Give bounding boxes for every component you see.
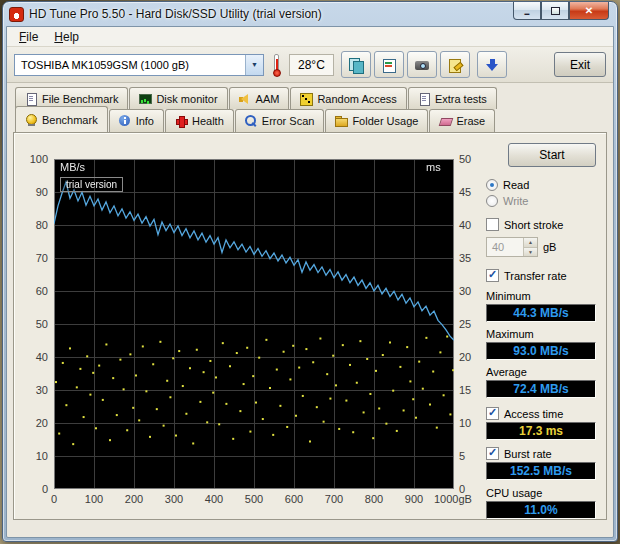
tab-erase[interactable]: Erase bbox=[429, 109, 495, 132]
average-label: Average bbox=[486, 366, 596, 378]
minimum-label: Minimum bbox=[486, 290, 596, 302]
tab-aam[interactable]: AAM bbox=[229, 87, 290, 109]
file-icon bbox=[418, 93, 430, 105]
app-window: HD Tune Pro 5.50 - Hard Disk/SSD Utility… bbox=[2, 1, 618, 542]
window-title: HD Tune Pro 5.50 - Hard Disk/SSD Utility… bbox=[29, 7, 322, 21]
menu-bar: File Help bbox=[7, 27, 613, 47]
axis-tick-label: 500 bbox=[234, 493, 274, 505]
camera-icon bbox=[415, 58, 429, 72]
copy-icon bbox=[349, 58, 363, 72]
tab-label: Extra tests bbox=[435, 93, 487, 105]
stroke-size-row: 40 gB bbox=[486, 237, 596, 257]
axis-tick-label: 45 bbox=[459, 186, 483, 198]
export-button[interactable] bbox=[440, 51, 470, 78]
write-radio[interactable] bbox=[486, 195, 498, 207]
report-button[interactable] bbox=[374, 51, 404, 78]
file-icon bbox=[25, 93, 37, 105]
tab-strip: File Benchmark Disk monitor AAM Random A… bbox=[7, 83, 613, 132]
chevron-down-icon[interactable] bbox=[245, 55, 263, 75]
axis-tick-label: 30 bbox=[459, 285, 483, 297]
exit-button[interactable]: Exit bbox=[554, 52, 606, 77]
axis-tick-label: 35 bbox=[459, 252, 483, 264]
axis-tick-label: 40 bbox=[14, 351, 48, 363]
tab-label: Benchmark bbox=[42, 114, 98, 126]
report-icon bbox=[382, 58, 396, 72]
access-time-checkbox[interactable] bbox=[486, 407, 499, 420]
tab-health[interactable]: Health bbox=[165, 109, 234, 132]
axis-tick-label: 20 bbox=[14, 417, 48, 429]
minimize-button[interactable] bbox=[513, 2, 541, 20]
burst-rate-row[interactable]: Burst rate bbox=[486, 447, 596, 460]
write-radio-row[interactable]: Write bbox=[486, 195, 596, 207]
left-axis-unit: MB/s bbox=[60, 161, 85, 173]
stroke-size-input[interactable]: 40 bbox=[486, 237, 538, 257]
magnifier-icon bbox=[245, 115, 257, 127]
access-time-label: Access time bbox=[504, 408, 563, 420]
start-button[interactable]: Start bbox=[508, 143, 596, 167]
burst-rate-value: 152.5 MB/s bbox=[486, 462, 596, 480]
tab-benchmark[interactable]: Benchmark bbox=[15, 106, 108, 132]
right-axis-unit: ms bbox=[426, 161, 441, 173]
tab-label: AAM bbox=[256, 93, 280, 105]
tab-label: Info bbox=[136, 115, 154, 127]
axis-tick-label: 70 bbox=[14, 252, 48, 264]
spinner-up-icon[interactable] bbox=[524, 238, 537, 248]
spinner-down-icon[interactable] bbox=[524, 248, 537, 257]
tab-label: Random Access bbox=[317, 93, 396, 105]
short-stroke-checkbox[interactable] bbox=[486, 218, 499, 231]
menu-item-help[interactable]: Help bbox=[46, 28, 87, 46]
monitor-icon bbox=[139, 93, 151, 105]
transfer-rate-label: Transfer rate bbox=[504, 270, 567, 282]
read-radio-row[interactable]: Read bbox=[486, 179, 596, 191]
cpu-usage-value: 11.0% bbox=[486, 501, 596, 519]
trial-watermark: trial version bbox=[60, 177, 123, 192]
short-stroke-label: Short stroke bbox=[504, 219, 563, 231]
health-cross-icon bbox=[175, 115, 187, 127]
side-panel: Start Read Write Short stroke 40 bbox=[486, 133, 606, 519]
axis-tick-label: 80 bbox=[14, 219, 48, 231]
copy-button[interactable] bbox=[341, 51, 371, 78]
temperature-readout: 28°C bbox=[289, 54, 334, 76]
transfer-rate-checkbox[interactable] bbox=[486, 269, 499, 282]
maximize-icon bbox=[551, 7, 560, 15]
title-bar[interactable]: HD Tune Pro 5.50 - Hard Disk/SSD Utility… bbox=[3, 2, 617, 26]
access-time-row[interactable]: Access time bbox=[486, 407, 596, 420]
toolbar: TOSHIBA MK1059GSM (1000 gB) 28°C Exit bbox=[7, 47, 613, 83]
tab-label: File Benchmark bbox=[42, 93, 118, 105]
axis-tick-label: 1000gB bbox=[434, 493, 480, 505]
burst-rate-checkbox[interactable] bbox=[486, 447, 499, 460]
tab-extra-tests[interactable]: Extra tests bbox=[408, 87, 497, 109]
read-radio[interactable] bbox=[486, 179, 498, 191]
cpu-usage-label: CPU usage bbox=[486, 487, 596, 499]
tab-disk-monitor[interactable]: Disk monitor bbox=[129, 87, 227, 109]
access-time-value: 17.3 ms bbox=[486, 422, 596, 440]
screenshot-button[interactable] bbox=[407, 51, 437, 78]
save-button[interactable] bbox=[477, 51, 507, 78]
axis-tick-label: 100 bbox=[14, 153, 48, 165]
tab-row-2: Benchmark Info Health Error Scan Folder … bbox=[15, 109, 607, 132]
transfer-rate-row[interactable]: Transfer rate bbox=[486, 269, 596, 282]
write-label: Write bbox=[503, 195, 528, 207]
tab-info[interactable]: Info bbox=[109, 109, 164, 132]
axis-tick-label: 30 bbox=[14, 384, 48, 396]
axis-tick-label: 200 bbox=[114, 493, 154, 505]
close-icon bbox=[585, 5, 593, 16]
axis-tick-label: 25 bbox=[459, 318, 483, 330]
menu-item-file[interactable]: File bbox=[11, 28, 46, 46]
axis-tick-label: 10 bbox=[459, 417, 483, 429]
close-button[interactable] bbox=[569, 2, 609, 20]
maximize-button[interactable] bbox=[541, 2, 569, 20]
maximum-value: 93.0 MB/s bbox=[486, 342, 596, 360]
axis-tick-label: 50 bbox=[459, 153, 483, 165]
axis-tick-label: 300 bbox=[154, 493, 194, 505]
benchmark-chart: MB/s ms trial version 010203040506070809… bbox=[14, 133, 486, 519]
drive-select[interactable]: TOSHIBA MK1059GSM (1000 gB) bbox=[14, 54, 264, 76]
tab-label: Erase bbox=[456, 115, 485, 127]
stroke-size-value: 40 bbox=[487, 238, 523, 256]
tab-folder-usage[interactable]: Folder Usage bbox=[325, 109, 428, 132]
axis-tick-label: 40 bbox=[459, 219, 483, 231]
tab-random-access[interactable]: Random Access bbox=[290, 87, 406, 109]
short-stroke-row[interactable]: Short stroke bbox=[486, 218, 596, 231]
axis-tick-label: 100 bbox=[74, 493, 114, 505]
tab-error-scan[interactable]: Error Scan bbox=[235, 109, 325, 132]
